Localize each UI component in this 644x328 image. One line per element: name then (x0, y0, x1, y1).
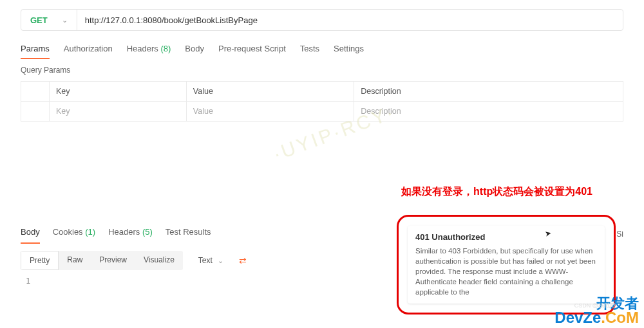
brand-line2a: DevZe (554, 309, 601, 326)
tab-prerequest[interactable]: Pre-request Script (218, 41, 286, 59)
table-corner (21, 82, 50, 102)
status-tooltip: 401 Unauthorized Similar to 403 Forbidde… (408, 226, 605, 304)
cookies-count: (1) (85, 227, 95, 237)
row-handle (21, 102, 50, 122)
view-pretty[interactable]: Pretty (21, 251, 59, 270)
resp-headers-label: Headers (108, 227, 140, 237)
format-label: Text (198, 256, 213, 265)
tab-params[interactable]: Params (21, 41, 50, 59)
tab-headers[interactable]: Headers (8) (127, 41, 171, 59)
annotation-text: 如果没有登录，http状态码会被设置为401 (401, 185, 592, 199)
request-tabs: Params Authorization Headers (8) Body Pr… (21, 41, 623, 59)
line-number: 1 (26, 277, 30, 286)
request-url-bar: GET ⌄ (21, 9, 623, 31)
chevron-down-icon: ⌄ (218, 257, 223, 265)
tab-headers-label: Headers (127, 44, 158, 53)
tab-resp-body[interactable]: Body (21, 224, 40, 243)
brand-line2b: .CoM (601, 309, 639, 326)
tab-authorization[interactable]: Authorization (64, 41, 113, 59)
tab-test-results[interactable]: Test Results (166, 224, 211, 243)
cell-key[interactable]: Key (50, 102, 187, 122)
view-raw[interactable]: Raw (59, 251, 91, 270)
cell-value[interactable]: Value (186, 102, 354, 122)
query-params-table: Key Value Description Key Value Descript… (21, 81, 623, 122)
tooltip-body: Similar to 403 Forbidden, but specifical… (415, 246, 597, 297)
format-selector[interactable]: Text ⌄ (192, 252, 230, 269)
resp-headers-count: (5) (142, 227, 153, 237)
tooltip-title: 401 Unauthorized (415, 232, 597, 242)
table-header-row: Key Value Description (21, 82, 623, 102)
table-row[interactable]: Key Value Description (21, 102, 623, 122)
tab-resp-headers[interactable]: Headers (5) (108, 224, 153, 243)
tab-body[interactable]: Body (185, 41, 204, 59)
size-label: Si (616, 230, 623, 239)
col-desc: Description (354, 82, 623, 102)
tab-resp-cookies[interactable]: Cookies (1) (53, 224, 95, 243)
chevron-down-icon: ⌄ (62, 16, 68, 24)
query-params-label: Query Params (21, 66, 623, 75)
tab-settings[interactable]: Settings (334, 41, 364, 59)
col-value: Value (186, 82, 354, 102)
method-label: GET (30, 15, 48, 25)
csdn-watermark: CSDN @杨戳戳 (574, 302, 616, 310)
col-key: Key (50, 82, 187, 102)
wrap-icon[interactable]: ⇄ (239, 255, 247, 266)
cookies-label: Cookies (53, 227, 83, 237)
cell-desc[interactable]: Description (354, 102, 623, 122)
headers-count: (8) (160, 44, 171, 53)
view-mode-segment: Pretty Raw Preview Visualize (21, 251, 183, 270)
view-preview[interactable]: Preview (91, 251, 135, 270)
view-visualize[interactable]: Visualize (135, 251, 183, 270)
tab-tests[interactable]: Tests (300, 41, 319, 59)
url-input[interactable] (77, 10, 623, 30)
method-selector[interactable]: GET ⌄ (21, 10, 77, 30)
